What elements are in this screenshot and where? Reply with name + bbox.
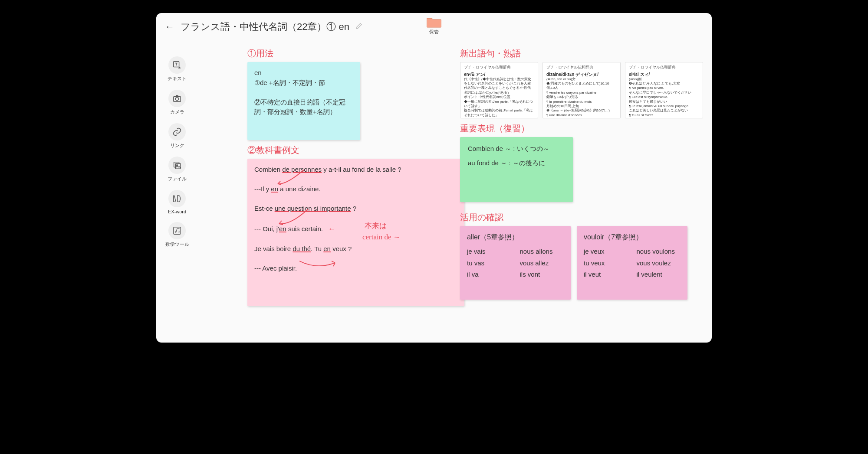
- textbook-a3: --- Avec plaisir.: [254, 264, 457, 274]
- folder-button[interactable]: 保管: [427, 16, 441, 35]
- sidebar: テキスト カメラ リンク ファイル EX-word: [164, 56, 190, 248]
- review-line1: Combien de ～ : いくつの～: [468, 144, 565, 154]
- dict-row: プチ・ロワイヤル仏和辞典 en²/ɑ̃ アン/ 代《中性》(◆中性代名詞とは性・…: [460, 62, 703, 118]
- section-usage-title: ①用法: [247, 48, 447, 59]
- tool-link[interactable]: リンク: [168, 123, 186, 149]
- canvas[interactable]: ①用法 en ①de +名詞・不定詞・節 ②不特定の直接目的語（不定冠詞・部分冠…: [200, 48, 703, 338]
- right-column: 新出語句・熟語 プチ・ロワイヤル仏和辞典 en²/ɑ̃ アン/ 代《中性》(◆中…: [460, 48, 703, 300]
- conj-grid-1: je veux nous voulons tu veux vous voulez…: [584, 247, 681, 280]
- section-review-title: 重要表現（復習）: [460, 123, 703, 134]
- text-icon: [168, 56, 186, 74]
- usage-card[interactable]: en ①de +名詞・不定詞・節 ②不特定の直接目的語（不定冠詞・部分冠詞・数量…: [247, 62, 360, 140]
- conj-cell: je vais: [467, 247, 511, 257]
- textbook-a2: --- Oui, j'en suis certain.: [254, 225, 325, 232]
- dict-head: dizaine/di·zɛn ディゼンヌ/: [546, 72, 617, 77]
- dict-body: (⇔so)副 ❶それほど,そんなに;とても,大変 ¶ Ne parlez pas…: [629, 77, 699, 118]
- section-textbook-title: ②教科書例文: [247, 144, 447, 156]
- conj-grid-0: je vais nous allons tu vas vous allez il…: [467, 247, 564, 280]
- conj-cell: il veulent: [637, 270, 681, 280]
- tool-camera-label: カメラ: [170, 109, 184, 115]
- usage-line3: ②不特定の直接目的語（不定冠詞・部分冠詞・数量+名詞）: [254, 98, 353, 117]
- tool-text-label: テキスト: [168, 75, 187, 82]
- tool-text[interactable]: テキスト: [168, 56, 187, 82]
- tool-camera[interactable]: カメラ: [168, 90, 186, 115]
- svg-point-2: [175, 97, 178, 100]
- conj-cell: tu veux: [584, 258, 628, 268]
- section-conj-title: 活用の確認: [460, 212, 703, 223]
- conj-card-0[interactable]: aller（5章参照） je vais nous allons tu vas v…: [460, 226, 571, 300]
- conj-cell: vous allez: [520, 258, 564, 268]
- conj-card-1[interactable]: vouloir（7章参照） je veux nous voulons tu ve…: [577, 226, 687, 300]
- folder-label: 保管: [429, 29, 439, 35]
- conj-cell: vous voulez: [637, 258, 681, 268]
- svg-text:α: α: [178, 229, 180, 233]
- conj-cell: nous allons: [520, 247, 564, 257]
- page-title: フランス語・中性代名詞（22章）① en: [181, 20, 349, 33]
- app-window: ← フランス語・中性代名詞（22章）① en 保管 テキスト カメラ: [156, 13, 712, 343]
- textbook-card[interactable]: Combien de personnes y a-t-il au fond de…: [247, 159, 464, 306]
- review-card[interactable]: Combien de ～ : いくつの～ au fond de ～ : ～の後ろ…: [460, 137, 573, 202]
- dict-card-1[interactable]: プチ・ロワイヤル仏和辞典 dizaine/di·zɛn ディゼンヌ/ (⇔ten…: [542, 62, 621, 118]
- conj-title-1: vouloir（7章参照）: [584, 232, 681, 242]
- dict-body: (⇔ten, ten or so)女 ❶(同種のものをひとまとめにして)10,1…: [546, 77, 617, 118]
- tool-file-label: ファイル: [168, 176, 187, 182]
- conj-cell: ils vont: [520, 270, 564, 280]
- dict-src: プチ・ロワイヤル仏和辞典: [464, 65, 534, 70]
- textbook-q2: Est-ce une question si importante ?: [254, 204, 457, 214]
- camera-icon: [168, 90, 186, 107]
- textbook-a1: ---Il y en a une dizaine.: [254, 184, 457, 194]
- hand-note-1: 本来は: [365, 220, 387, 232]
- back-button[interactable]: ←: [165, 21, 174, 33]
- svg-rect-4: [175, 163, 181, 169]
- tool-file[interactable]: ファイル: [168, 157, 187, 182]
- left-column: ①用法 en ①de +名詞・不定詞・節 ②不特定の直接目的語（不定冠詞・部分冠…: [247, 48, 447, 306]
- tool-math-label: 数学ツール: [165, 241, 189, 248]
- dict-card-2[interactable]: プチ・ロワイヤル仏和辞典 si³/si スィ/ (⇔so)副 ❶それほど,そんな…: [625, 62, 703, 118]
- conj-row: aller（5章参照） je vais nous allons tu vas v…: [460, 226, 703, 300]
- conj-cell: nous voulons: [637, 247, 681, 257]
- hand-note-2: certain de ～: [362, 232, 401, 243]
- dict-body: 代《中性》(◆中性代名詞とは性・数の変化をしない代名詞のことをいうが,これを人称…: [464, 77, 534, 118]
- usage-line1: en: [254, 68, 353, 78]
- tool-exword-label: EX-word: [168, 209, 186, 214]
- review-line2: au fond de ～ : ～の後ろに: [468, 158, 565, 168]
- hand-arrow: ←: [328, 225, 335, 233]
- textbook-q1: Combien de personnes y a-t-il au fond de…: [254, 165, 457, 175]
- dict-head: en²/ɑ̃ アン/: [464, 72, 534, 77]
- conj-cell: tu vas: [467, 258, 511, 268]
- link-icon: [168, 123, 186, 140]
- edit-title-icon[interactable]: [355, 23, 362, 32]
- tool-link-label: リンク: [170, 142, 184, 149]
- dict-src: プチ・ロワイヤル仏和辞典: [546, 65, 617, 70]
- tool-exword[interactable]: EX-word: [168, 190, 186, 214]
- folder-icon: [427, 16, 441, 28]
- dict-card-0[interactable]: プチ・ロワイヤル仏和辞典 en²/ɑ̃ アン/ 代《中性》(◆中性代名詞とは性・…: [460, 62, 538, 118]
- conj-cell: je veux: [584, 247, 628, 257]
- dict-head: si³/si スィ/: [629, 72, 699, 77]
- tool-math[interactable]: α 数学ツール: [165, 222, 189, 248]
- section-vocab-title: 新出語句・熟語: [460, 48, 703, 59]
- conj-cell: il veut: [584, 270, 628, 280]
- conj-cell: il va: [467, 270, 511, 280]
- dict-src: プチ・ロワイヤル仏和辞典: [629, 65, 699, 70]
- exword-icon: [168, 190, 186, 207]
- usage-line2: ①de +名詞・不定詞・節: [254, 78, 353, 88]
- conj-title-0: aller（5章参照）: [467, 232, 564, 242]
- math-icon: α: [168, 222, 186, 239]
- file-icon: [168, 157, 186, 174]
- textbook-q3: Je vais boire du thé. Tu en veux ?: [254, 244, 457, 254]
